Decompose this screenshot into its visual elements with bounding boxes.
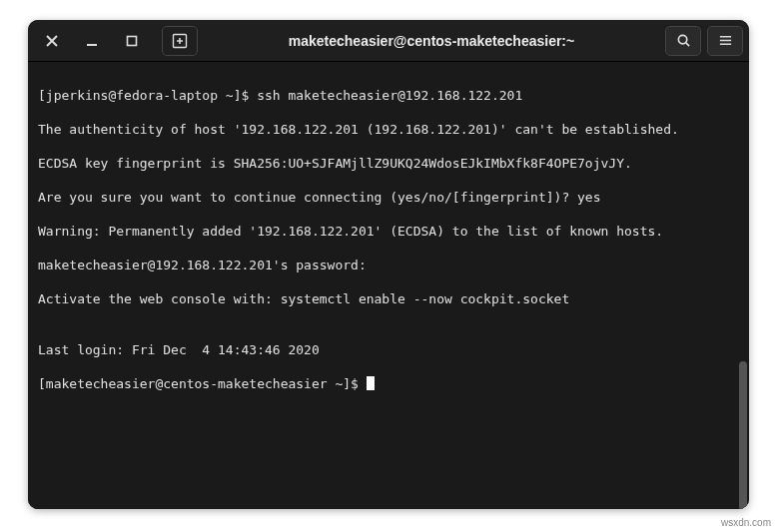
menu-button[interactable] — [707, 26, 743, 56]
close-icon — [45, 34, 59, 48]
new-tab-icon — [172, 33, 188, 49]
terminal-prompt: [maketecheasier@centos-maketecheasier ~]… — [38, 376, 367, 391]
svg-rect-0 — [128, 36, 137, 45]
close-button[interactable] — [34, 26, 70, 56]
search-icon — [676, 33, 691, 48]
terminal-prompt-line: [maketecheasier@centos-maketecheasier ~]… — [38, 375, 739, 392]
maximize-icon — [125, 34, 139, 48]
terminal-line: Last login: Fri Dec 4 14:43:46 2020 — [38, 341, 739, 358]
titlebar: maketecheasier@centos-maketecheasier:~ — [28, 20, 749, 62]
minimize-button[interactable] — [74, 26, 110, 56]
terminal-cursor — [367, 376, 375, 390]
maximize-button[interactable] — [114, 26, 150, 56]
terminal-line: Are you sure you want to continue connec… — [38, 189, 739, 206]
terminal-line: [jperkins@fedora-laptop ~]$ ssh maketech… — [38, 87, 739, 104]
titlebar-right-controls — [665, 26, 743, 56]
terminal-line: The authenticity of host '192.168.122.20… — [38, 121, 739, 138]
terminal-line: ECDSA key fingerprint is SHA256:UO+SJFAM… — [38, 155, 739, 172]
titlebar-left-controls — [34, 26, 198, 56]
terminal-line: Warning: Permanently added '192.168.122.… — [38, 223, 739, 240]
hamburger-icon — [718, 33, 733, 48]
watermark: wsxdn.com — [721, 517, 771, 528]
terminal-window: maketecheasier@centos-maketecheasier:~ [… — [28, 20, 749, 509]
terminal-output[interactable]: [jperkins@fedora-laptop ~]$ ssh maketech… — [28, 62, 749, 509]
search-button[interactable] — [665, 26, 701, 56]
svg-point-2 — [678, 35, 686, 43]
terminal-line: maketecheasier@192.168.122.201's passwor… — [38, 257, 739, 273]
terminal-line: Activate the web console with: systemctl… — [38, 290, 739, 307]
new-tab-button[interactable] — [162, 26, 198, 56]
scrollbar-thumb[interactable] — [739, 361, 747, 509]
window-title: maketecheasier@centos-maketecheasier:~ — [198, 33, 665, 49]
minimize-icon — [85, 34, 99, 48]
